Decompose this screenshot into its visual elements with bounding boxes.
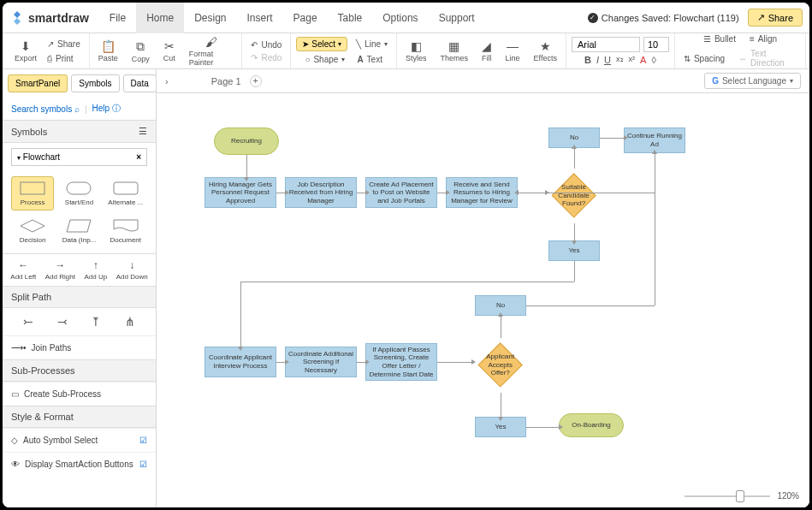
split-path-header: Split Path [3, 286, 156, 308]
format-painter-button[interactable]: 🖌Format Painter [186, 33, 237, 68]
flowchart-node-coord_screen[interactable]: Coordinate Additional Screening if Neces… [285, 347, 357, 377]
shape-decision[interactable]: Decision [11, 214, 54, 248]
menu-file[interactable]: File [99, 3, 136, 33]
flowchart-node-coord_interview[interactable]: Coordinate Applicant Interview Process [204, 347, 276, 377]
collapse-panel-button[interactable]: › [165, 76, 169, 86]
add-right-button[interactable]: →Add Right [45, 259, 75, 281]
underline-button[interactable]: U [604, 55, 611, 65]
export-button[interactable]: ⬇Export [11, 38, 40, 64]
bullet-button[interactable]: ☰Bullet [700, 33, 739, 45]
menu-support[interactable]: Support [429, 3, 485, 33]
zoom-thumb[interactable] [736, 490, 744, 502]
menu-icon[interactable]: ☰ [139, 126, 147, 137]
shape-datainp[interactable]: Data (Inp... [57, 214, 100, 248]
join-paths-button[interactable]: ⟶•Join Paths [3, 335, 156, 359]
checkbox-icon[interactable]: ☑ [139, 460, 147, 469]
shape-document[interactable]: Document [104, 214, 147, 248]
styles-button[interactable]: ◧Styles [402, 38, 430, 64]
shape-tool-button[interactable]: ○Shape▾ [301, 53, 348, 66]
share-small-button[interactable]: ↗Share [44, 38, 84, 50]
add-down-button[interactable]: ↓Add Down [116, 259, 148, 281]
canvas[interactable]: RecruitingHiring Manager Gets Personnel … [157, 93, 809, 507]
smartaction-toggle[interactable]: 👁Display SmartAction Buttons☑ [3, 452, 156, 476]
flowchart-node-suitable[interactable]: Suitable Candidate Found? [552, 174, 597, 219]
auto-symbol-toggle[interactable]: ◇Auto Symbol Select☑ [3, 428, 156, 452]
font-select[interactable]: Arial [572, 37, 640, 52]
ribbon: ⬇Export ↗Share ⎙Print 📋Paste ⧉Copy ✂Cut … [3, 33, 809, 69]
main-menu: FileHomeDesignInsertPageTableOptionsSupp… [99, 3, 485, 33]
shape-startend[interactable]: Start/End [57, 176, 100, 211]
sidepanel-tab-data[interactable]: Data [123, 74, 157, 92]
sidepanel-tab-symbols[interactable]: Symbols [71, 74, 119, 92]
split-branch-icon[interactable]: ⤙ [57, 315, 68, 329]
sidepanel-tab-smartpanel[interactable]: SmartPanel [8, 74, 68, 92]
font-color-button[interactable]: A [640, 55, 646, 65]
spacing-button[interactable]: ⇅Spacing [680, 47, 728, 69]
bold-button[interactable]: B [584, 55, 591, 65]
cut-button[interactable]: ✂Cut [160, 38, 179, 64]
themes-icon: ▦ [448, 39, 459, 53]
flowchart-node-job_desc[interactable]: Job Description Received from Hiring Man… [285, 177, 357, 208]
menu-table[interactable]: Table [328, 3, 373, 33]
italic-button[interactable]: I [596, 55, 599, 65]
text-direction-button[interactable]: ↔Text Direction [735, 47, 800, 69]
connector [240, 282, 241, 347]
paste-button[interactable]: 📋Paste [95, 38, 122, 64]
zoom-slider[interactable] [685, 495, 770, 497]
select-tool-button[interactable]: ➤Select▾ [296, 37, 347, 51]
menu-page[interactable]: Page [283, 3, 328, 33]
redo-button[interactable]: ↷Redo [247, 51, 285, 64]
page-label: Page 1 [211, 76, 241, 86]
undo-button[interactable]: ↶Undo [247, 39, 285, 51]
align-button[interactable]: ≡Align [746, 33, 780, 45]
share-icon: ↗ [47, 39, 54, 49]
add-page-button[interactable]: + [250, 75, 262, 87]
menu-design[interactable]: Design [184, 3, 236, 33]
arrow-head [365, 190, 370, 195]
subscript-button[interactable]: x₂ [616, 55, 624, 65]
cursor-icon: ➤ [302, 39, 309, 49]
text-icon: A [357, 55, 363, 64]
themes-button[interactable]: ▦Themes [437, 38, 472, 64]
close-icon[interactable]: × [136, 152, 141, 162]
search-symbols-link[interactable]: Search symbols ⌕ [11, 104, 80, 114]
share-button[interactable]: ↗ Share [748, 9, 803, 27]
flowchart-node-accepts[interactable]: Applicant Accepts Offer? [478, 343, 524, 388]
text-tool-button[interactable]: AText [353, 53, 386, 66]
bullet-icon: ☰ [703, 34, 711, 44]
line-style-button[interactable]: —Line [502, 38, 524, 64]
fill-button[interactable]: ◢Fill [478, 38, 495, 64]
add-up-button[interactable]: ↑Add Up [84, 259, 107, 281]
split-right-icon[interactable]: ⤚ [23, 315, 33, 329]
flowchart-node-create_ad[interactable]: Create Ad Placement to Post on Website a… [365, 177, 437, 208]
arrow-head [514, 190, 519, 195]
arrow-head [559, 424, 563, 430]
flowchart-node-hiring_mgr[interactable]: Hiring Manager Gets Personnel Request Ap… [204, 177, 276, 208]
print-button[interactable]: ⎙Print [44, 52, 84, 65]
line-tool-button[interactable]: ╲Line▾ [353, 38, 391, 50]
info-icon: ⓘ [112, 104, 121, 113]
flowchart-node-onboarding[interactable]: On-Boarding [559, 413, 624, 437]
checkbox-icon[interactable]: ☑ [139, 436, 147, 445]
help-link[interactable]: Help ⓘ [92, 103, 121, 115]
font-size-select[interactable]: 10 [643, 37, 669, 52]
add-left-button[interactable]: ←Add Left [10, 259, 36, 281]
menu-options[interactable]: Options [372, 3, 428, 33]
symbols-section-header: Symbols ☰ [3, 120, 156, 143]
shape-alternate[interactable]: Alternate ... [104, 176, 147, 211]
shape-library-dropdown[interactable]: ▾ Flowchart × [11, 148, 147, 166]
flowchart-node-if_passes[interactable]: If Applicant Passes Screening, Create Of… [365, 343, 437, 381]
menu-home[interactable]: Home [136, 3, 184, 33]
flowchart-node-recruiting[interactable]: Recruiting [214, 128, 279, 155]
superscript-button[interactable]: x² [629, 55, 636, 65]
copy-button[interactable]: ⧉Copy [128, 38, 153, 65]
effects-button[interactable]: ★Effects [530, 38, 560, 64]
shape-process[interactable]: Process [11, 176, 54, 211]
split-tree-icon[interactable]: ⋔ [125, 315, 135, 329]
create-subprocess-button[interactable]: ▭Create Sub-Process [3, 382, 156, 406]
split-up-icon[interactable]: ⤒ [91, 315, 101, 329]
language-select[interactable]: G Select Language ▾ [704, 73, 801, 89]
flowchart-node-receive_send[interactable]: Receive and Send Resumes to Hiring Manag… [446, 177, 518, 208]
menu-insert[interactable]: Insert [237, 3, 283, 33]
highlight-button[interactable]: ◊ [651, 55, 655, 65]
